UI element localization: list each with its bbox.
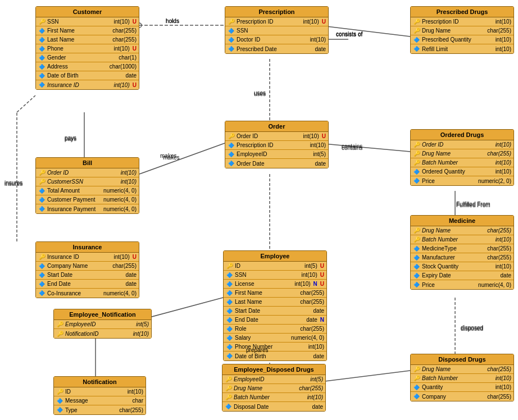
emp-row-ssn: 🔷 SSN int(10) U [224,271,326,280]
field-icon: 🔷 [38,54,46,61]
entity-insurance: Insurance 🔑 Insurance ID int(10) U 🔷 Com… [35,241,139,298]
emp-row-dob: 🔷 Date of Birth date [224,351,326,360]
key-icon: 🔑 [413,366,420,373]
field-icon: 🔷 [226,298,233,305]
key-icon: 🔑 [413,141,420,148]
field-icon: 🔷 [226,280,233,287]
emp-row-firstname: 🔷 First Name char(255) [224,289,326,298]
od-row-drugname: 🔑 Drug Name char(255) [411,149,514,158]
field-icon: 🔷 [413,384,420,391]
key-icon: 🔑 [413,375,420,382]
svg-line-2 [317,25,410,36]
key-icon: 🔑 [225,376,232,383]
entity-notification: Notification 🔑 ID int(10) 🔷 Message char… [53,376,146,415]
field-icon: 🔷 [228,27,235,34]
entity-insurance-title: Insurance [36,242,139,253]
med-row-expiry: 🔷 Expiry Date date [411,271,514,280]
edd-row-drugname: 🔑 Drug Name char(255) [222,384,325,393]
field-icon: 🔷 [413,177,420,185]
entity-bill-title: Bill [36,158,139,168]
entity-employee: Employee 🔑 ID int(5) U 🔷 SSN int(10) U 🔷… [223,250,327,361]
field-icon: 🔷 [38,72,46,79]
field-icon: 🔷 [38,271,46,279]
dd-row-batchnum: 🔑 Batch Number int(10) [411,374,514,383]
field-icon: 🔷 [226,316,233,323]
label-contains: contains [342,143,362,149]
key-icon: 🔑 [413,150,420,157]
entity-ordered-drugs: Ordered Drugs 🔑 Order ID int(10) 🔑 Drug … [410,129,514,186]
field-icon: 🔷 [413,254,420,261]
med-row-stock: 🔷 Stock Quantity int(10) [411,262,514,271]
key-icon: 🔑 [38,169,46,176]
dd-row-qty: 🔷 Quantity int(10) [411,383,514,392]
ins-row-startdate: 🔷 Start Date date [36,271,139,280]
field-icon: 🔷 [38,81,46,89]
label-pays: pays [65,136,76,142]
field-icon: 🔷 [38,280,46,287]
bill-row-inspay: 🔷 Insurance Payment numeric(4, 0) [36,204,139,213]
key-icon: 🔑 [228,133,235,140]
bill-row-total: 🔷 Total Amount numeric(4, 0) [36,186,139,195]
emp-row-phone: 🔷 Phone Number int(10) [224,343,326,351]
customer-row-lastname: 🔷 Last Name char(255) [36,35,139,44]
entity-customer-title: Customer [36,7,139,17]
customer-row-firstname: 🔷 First Name char(255) [36,26,139,35]
field-icon: 🔷 [228,36,235,43]
pd-row-qty: 🔷 Prescribed Quantity int(10) [411,35,514,44]
customer-row-ssn: 🔑 SSN int(10) U [36,17,139,26]
field-icon: 🔷 [413,263,420,270]
en-row-empid: 🔑 EmployeeID int(5) [54,320,151,329]
pd-row-drugname: 🔑 Drug Name char(255) [411,26,514,35]
edd-row-empid: 🔑 EmployeeID int(5) [222,375,325,384]
field-icon: 🔷 [38,27,46,34]
field-icon: 🔷 [226,353,233,360]
entity-employee-notification-title: Employee_Notification [54,309,151,320]
notif-row-id: 🔑 ID int(10) [54,387,146,396]
emp-row-enddate: 🔷 End Date date N [224,316,326,325]
label-uses: uses [254,91,266,97]
bill-row-customerssn: 🔑 CustomerSSN int(10) [36,177,139,186]
customer-row-gender: 🔷 Gender char(1) [36,53,139,62]
field-icon: 🔷 [413,168,420,175]
bill-row-orderid: 🔑 Order ID int(10) [36,168,139,177]
field-icon: 🔷 [228,45,235,53]
field-icon: 🔷 [56,407,63,414]
ins-row-id: 🔑 Insurance ID int(10) U [36,253,139,262]
entity-notification-title: Notification [54,377,146,387]
entity-order-title: Order [225,121,328,132]
entity-disposed-drugs: Disposed Drugs 🔑 Drug Name char(255) 🔑 B… [410,354,514,401]
customer-row-address: 🔷 Address char(1000) [36,62,139,71]
field-icon: 🔷 [38,45,46,52]
med-row-batchnum: 🔑 Batch Number int(10) [411,235,514,244]
entity-bill: Bill 🔑 Order ID int(10) 🔑 CustomerSSN in… [35,157,139,214]
en-row-notifid: 🔑 NotificationID int(10) [54,329,151,338]
key-icon: 🔑 [413,159,420,166]
key-icon: 🔑 [56,388,63,395]
key-icon: 🔑 [413,227,420,234]
field-icon: 🔷 [38,206,46,213]
entity-employee-disposed-drugs: Employee_Disposed Drugs 🔑 EmployeeID int… [222,364,326,412]
customer-row-dob: 🔷 Date of Birth date [36,71,139,80]
edd-row-disposal: 🔷 Disposal Date date [222,402,325,411]
svg-line-10 [17,95,35,112]
label-insures: insures [4,181,22,187]
med-row-price: 🔷 Price numeric(4, 0) [411,280,514,289]
emp-row-salary: 🔷 Salary numeric(4, 0) [224,334,326,343]
emp-row-startdate: 🔷 Start Date date [224,307,326,316]
field-icon: 🔷 [226,289,233,296]
prescription-row-prescribeddate: 🔷 Prescribed Date date [225,44,328,53]
field-icon: 🔷 [413,272,420,279]
field-icon: 🔷 [38,262,46,270]
field-icon: 🔷 [38,290,46,297]
pd-row-refill: 🔷 Refill Limit int(10) [411,44,514,53]
label-makes: makes [160,153,176,159]
key-icon: 🔑 [413,236,420,243]
field-icon: 🔷 [56,397,63,404]
field-icon: 🔷 [413,281,420,289]
notif-row-type: 🔷 Type char(255) [54,405,146,414]
entity-employee-title: Employee [224,251,326,262]
field-icon: 🔷 [226,325,233,332]
key-icon: 🔑 [413,27,420,34]
dd-row-company: 🔷 Company char(255) [411,392,514,401]
entity-medicine-title: Medicine [411,216,514,226]
